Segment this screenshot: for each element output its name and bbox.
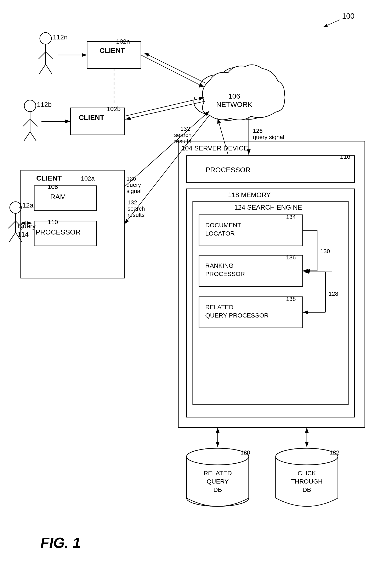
- signal-132a-search: search: [127, 206, 145, 212]
- client-102n-ref: 102n: [116, 38, 130, 45]
- doc-locator-label-2: LOCATOR: [205, 230, 235, 237]
- network-cloud: 106 NETWORK: [194, 65, 284, 120]
- svg-line-19: [30, 132, 36, 141]
- svg-line-41: [9, 232, 15, 242]
- server-processor-ref: 116: [340, 153, 350, 160]
- query-label: Query: [18, 222, 36, 230]
- diagram-container: 100 112n CLIENT 102n 112b CLIENT 102b: [0, 0, 392, 579]
- svg-line-17: [30, 119, 37, 127]
- click-through-db-ref: 122: [330, 449, 339, 456]
- related-query-proc-label-2: QUERY PROCESSOR: [205, 312, 269, 319]
- svg-line-31: [144, 53, 205, 83]
- ref-130: 130: [320, 248, 330, 254]
- svg-point-70: [187, 448, 249, 465]
- signal-126b-label: 126: [253, 128, 263, 134]
- svg-line-4: [323, 20, 340, 27]
- doc-locator-label-1: DOCUMENT: [205, 222, 241, 228]
- svg-line-8: [46, 52, 53, 59]
- svg-line-10: [46, 64, 52, 74]
- ram-ref: 108: [48, 183, 58, 190]
- signal-126a-query: query: [126, 182, 141, 188]
- related-query-db-ref: 120: [240, 449, 250, 456]
- click-through-db-label-2: THROUGH: [291, 478, 323, 485]
- click-through-db-label-3: DB: [302, 486, 311, 493]
- svg-point-14: [24, 100, 36, 112]
- svg-line-9: [39, 64, 46, 74]
- query-ref: 114: [18, 230, 29, 238]
- network-label: NETWORK: [216, 100, 252, 108]
- signal-132b-results: results: [174, 138, 191, 145]
- related-query-proc-ref: 138: [286, 296, 296, 302]
- signal-132a-label: 132: [127, 199, 137, 206]
- ranking-proc-ref: 136: [286, 254, 296, 261]
- figure-label: FIG. 1: [40, 535, 81, 551]
- network-ref: 106: [228, 92, 240, 100]
- signal-132b-label: 132: [180, 126, 190, 132]
- svg-line-33: [125, 101, 205, 119]
- svg-line-16: [23, 119, 30, 127]
- related-query-db-label-1: RELATED: [204, 470, 232, 477]
- client-102b-ref: 102b: [107, 105, 121, 112]
- related-query-proc-label-1: RELATED: [205, 304, 233, 310]
- search-engine-ref-label: 124 SEARCH ENGINE: [234, 204, 302, 211]
- ranking-proc-label-2: PROCESSOR: [205, 270, 245, 277]
- client-102b-label: CLIENT: [79, 114, 104, 121]
- client-102n-label: CLIENT: [100, 47, 125, 54]
- svg-rect-34: [21, 170, 124, 278]
- ranking-proc-label-1: RANKING: [205, 262, 234, 269]
- svg-point-5: [40, 33, 52, 44]
- ref-100: 100: [342, 12, 354, 20]
- svg-point-77: [276, 448, 338, 465]
- user-112b-ref: 112b: [37, 101, 52, 108]
- user-112n-ref: 112n: [53, 33, 68, 41]
- svg-line-18: [24, 132, 30, 141]
- svg-line-30: [141, 55, 204, 87]
- signal-132b-search: search: [174, 132, 192, 138]
- click-through-db-label-1: CLICK: [298, 470, 316, 477]
- related-query-db-label-2: QUERY: [207, 478, 229, 485]
- svg-line-39: [8, 221, 15, 228]
- svg-rect-12: [87, 42, 141, 69]
- processor-102a-ref: 110: [48, 218, 58, 225]
- svg-rect-47: [178, 141, 365, 428]
- client-102a-ref: 102a: [81, 175, 95, 182]
- signal-126a-signal: signal: [126, 188, 142, 194]
- signal-126a-label: 126: [126, 175, 136, 182]
- svg-line-32: [124, 97, 204, 116]
- client-102a-label: CLIENT: [36, 174, 62, 182]
- server-ref: 104 SERVER DEVICE: [181, 145, 248, 152]
- user-112a-ref: 112a: [19, 202, 33, 209]
- signal-132a-results: results: [127, 212, 145, 218]
- ram-label: RAM: [50, 193, 66, 201]
- processor-102a-label: PROCESSOR: [35, 228, 80, 236]
- doc-locator-ref: 134: [286, 214, 296, 220]
- ref-128: 128: [329, 290, 338, 297]
- related-query-db-label-3: DB: [213, 486, 222, 493]
- server-processor-label: PROCESSOR: [205, 166, 250, 174]
- signal-126b-query: query signal: [253, 134, 284, 140]
- svg-line-7: [38, 52, 46, 59]
- memory-ref-label: 118 MEMORY: [228, 191, 271, 199]
